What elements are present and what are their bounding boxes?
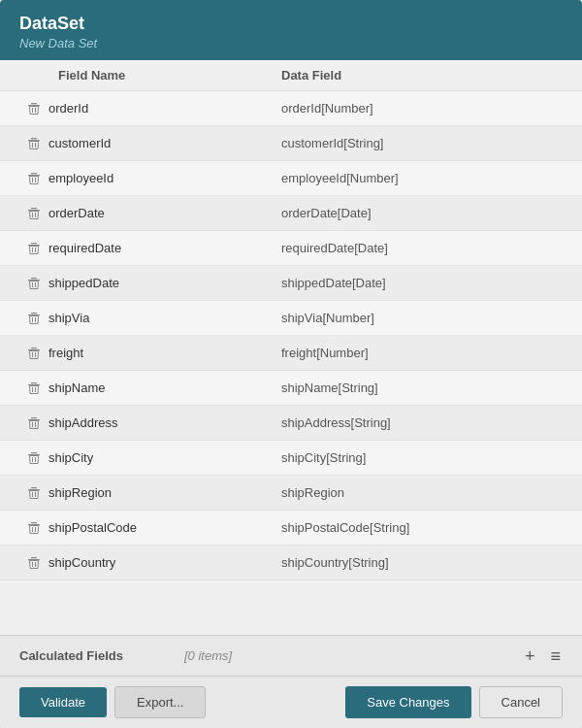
table-row: shipVia shipVia[Number] — [0, 301, 582, 336]
delete-row-button[interactable] — [19, 521, 48, 535]
field-name-cell: shipCity — [48, 450, 281, 465]
data-field-cell: requiredDate[Date] — [281, 241, 563, 255]
delete-row-button[interactable] — [19, 381, 48, 395]
delete-row-button[interactable] — [19, 137, 48, 150]
delete-row-button[interactable] — [19, 416, 48, 430]
svg-rect-25 — [31, 313, 37, 314]
column-headers: Field Name Data Field — [0, 60, 582, 91]
data-field-cell: shipVia[Number] — [281, 311, 563, 325]
data-field-cell: shipAddress[String] — [281, 415, 563, 430]
field-name-cell: employeeId — [48, 171, 281, 185]
field-name-cell: shipRegion — [48, 485, 281, 500]
table-row: shipAddress shipAddress[String] — [0, 406, 582, 441]
table-row: customerId customerId[String] — [0, 126, 582, 161]
data-field-cell: shipCountry[String] — [281, 555, 563, 570]
data-field-cell: orderId[Number] — [281, 101, 563, 116]
svg-rect-9 — [31, 173, 37, 174]
validate-button[interactable]: Validate — [19, 687, 107, 717]
table-row: shipCountry shipCountry[String] — [0, 546, 582, 580]
svg-rect-53 — [31, 557, 37, 558]
add-calculated-button[interactable]: + — [523, 645, 537, 667]
modal-footer: Validate Export... Save Changes Cancel — [0, 676, 582, 728]
delete-row-button[interactable] — [19, 347, 48, 360]
export-button[interactable]: Export... — [114, 686, 206, 718]
delete-row-button[interactable] — [19, 451, 48, 465]
field-name-cell: shipName — [48, 381, 281, 395]
header-subtitle: New Data Set — [19, 36, 563, 50]
delete-row-button[interactable] — [19, 277, 48, 290]
col-header-field-name: Field Name — [19, 68, 281, 83]
delete-row-button[interactable] — [19, 486, 48, 500]
field-name-cell: freight — [48, 346, 281, 360]
svg-rect-37 — [31, 417, 37, 418]
svg-rect-5 — [31, 138, 37, 139]
data-field-cell: freight[Number] — [281, 346, 563, 360]
svg-rect-1 — [31, 103, 37, 104]
svg-rect-49 — [31, 522, 37, 523]
svg-rect-13 — [31, 208, 37, 209]
table-row: shipName shipName[String] — [0, 371, 582, 406]
svg-rect-21 — [31, 278, 37, 279]
data-field-cell: shipCity[String] — [281, 450, 563, 465]
svg-rect-45 — [31, 487, 37, 488]
modal-header: DataSet New Data Set — [0, 0, 582, 60]
data-field-cell: orderDate[Date] — [281, 206, 563, 220]
field-name-cell: shipAddress — [48, 415, 281, 430]
save-changes-button[interactable]: Save Changes — [345, 686, 470, 718]
field-name-cell: orderId — [48, 101, 281, 116]
field-name-cell: shipVia — [48, 311, 281, 325]
data-field-cell: shipName[String] — [281, 381, 563, 395]
dataset-modal: DataSet New Data Set Field Name Data Fie… — [0, 0, 582, 728]
table-row: shipCity shipCity[String] — [0, 441, 582, 476]
delete-row-button[interactable] — [19, 312, 48, 325]
data-field-cell: customerId[String] — [281, 136, 563, 150]
field-name-cell: shipCountry — [48, 555, 281, 570]
delete-row-button[interactable] — [19, 207, 48, 220]
field-name-cell: customerId — [48, 136, 281, 150]
svg-rect-41 — [31, 452, 37, 453]
table-row: orderDate orderDate[Date] — [0, 196, 582, 231]
svg-rect-17 — [31, 243, 37, 244]
footer-right: Save Changes Cancel — [345, 686, 563, 718]
col-header-data-field: Data Field — [281, 68, 563, 83]
calculated-fields-count: [0 items] — [184, 648, 523, 663]
table-row: freight freight[Number] — [0, 336, 582, 371]
data-field-cell: employeeId[Number] — [281, 171, 563, 185]
delete-row-button[interactable] — [19, 172, 48, 185]
data-field-cell: shippedDate[Date] — [281, 276, 563, 290]
data-field-cell: shipRegion — [281, 485, 563, 500]
table-row: shippedDate shippedDate[Date] — [0, 266, 582, 301]
calculated-fields-bar: Calculated Fields [0 items] + ≡ — [0, 635, 582, 676]
field-name-cell: shippedDate — [48, 276, 281, 290]
table-row: shipRegion shipRegion — [0, 476, 582, 511]
field-name-cell: requiredDate — [48, 241, 281, 255]
table-row: requiredDate requiredDate[Date] — [0, 231, 582, 266]
delete-row-button[interactable] — [19, 242, 48, 255]
calculated-fields-label: Calculated Fields — [19, 648, 184, 663]
header-title: DataSet — [19, 14, 563, 34]
svg-rect-29 — [31, 347, 37, 348]
table-row: orderId orderId[Number] — [0, 91, 582, 126]
data-field-cell: shipPostalCode[String] — [281, 520, 563, 535]
cancel-button[interactable]: Cancel — [479, 686, 563, 718]
table-row: shipPostalCode shipPostalCode[String] — [0, 511, 582, 546]
delete-row-button[interactable] — [19, 102, 48, 116]
field-name-cell: shipPostalCode — [48, 520, 281, 535]
field-name-cell: orderDate — [48, 206, 281, 220]
menu-calculated-button[interactable]: ≡ — [548, 645, 563, 667]
table-row: employeeId employeeId[Number] — [0, 161, 582, 196]
table-body: orderId orderId[Number] customerId custo… — [0, 91, 582, 635]
delete-row-button[interactable] — [19, 556, 48, 570]
svg-rect-33 — [31, 382, 37, 383]
calculated-icons: + ≡ — [523, 645, 563, 667]
